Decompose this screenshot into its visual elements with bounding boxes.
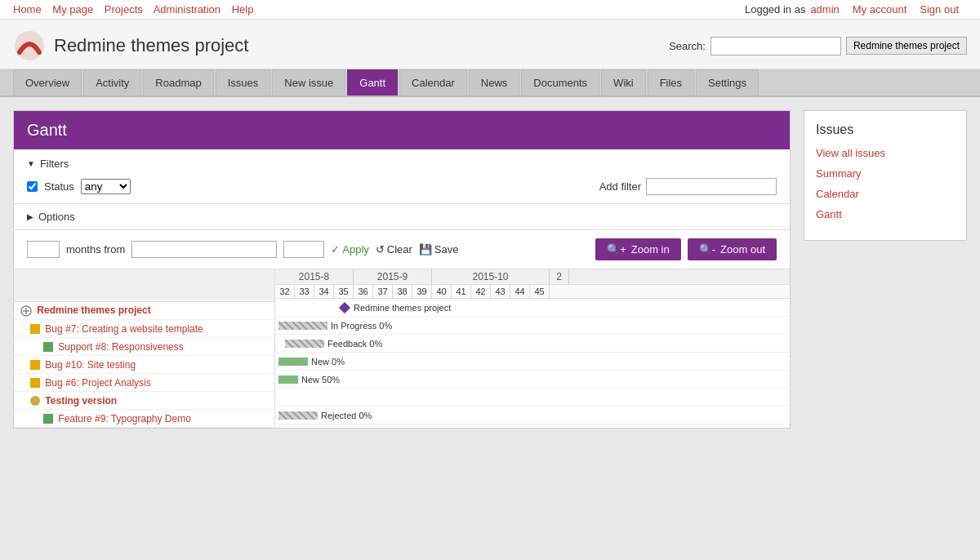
project-link[interactable]: Redmine themes project [37,304,150,316]
gantt-bar [278,322,327,330]
status-label: Status [44,180,74,193]
issue-link[interactable]: Bug #10: Site testing [45,359,136,371]
tab-new-issue[interactable]: New issue [272,69,345,96]
issue-link[interactable]: Bug #6: Project Analysis [45,377,150,389]
tab-files[interactable]: Files [648,69,694,96]
nav-tabs: Overview Activity Roadmap Issues New iss… [0,69,980,97]
gantt-week-37: 37 [373,285,393,298]
zoom-out-button[interactable]: 🔍- Zoom out [688,238,777,260]
tab-wiki[interactable]: Wiki [601,69,646,96]
gantt-row: Bug #6: Project Analysis [14,374,274,392]
version-link[interactable]: Testing version [45,395,117,407]
sign-out-link[interactable]: Sign out [920,3,959,16]
status-select[interactable]: anyopenclosed [81,179,131,194]
gantt-week-row: 32 33 34 35 36 37 38 39 40 41 42 43 44 4… [275,285,790,299]
search-input[interactable] [710,37,841,56]
issues-box-title: Issues [816,122,955,137]
gantt-bar-row [275,389,790,407]
issues-box: Issues View all issues Summary Calendar … [804,110,967,241]
gantt-bar [285,340,324,348]
tab-roadmap[interactable]: Roadmap [143,69,213,96]
gantt-row: Bug #10: Site testing [14,356,274,374]
gantt-bar-row: Redmine themes project [275,299,790,317]
gantt-week-33: 33 [295,285,314,298]
gantt-bar-cell: New 50% [275,373,343,386]
months-input[interactable]: 6 [27,241,60,258]
tab-overview[interactable]: Overview [13,69,82,96]
gantt-row-label: Bug #6: Project Analysis [14,376,274,390]
project-title: Redmine themes project [54,35,248,56]
summary-link[interactable]: Summary [816,167,955,180]
gantt-month-row: 2015-8 2015-9 2015-10 2 [275,269,790,285]
gantt-month-2015-8: 2015-8 [275,269,354,284]
add-filter-input[interactable] [646,178,777,195]
issue-link[interactable]: Support #8: Responsiveness [58,341,183,353]
gantt-bar-row: Feedback 0% [275,335,790,353]
nav-mypage[interactable]: My page [52,3,93,16]
calendar-link[interactable]: Calendar [816,188,955,200]
clear-button[interactable]: ↺ Clear [376,243,412,256]
tab-gantt[interactable]: Gantt [347,69,398,96]
issue-link[interactable]: Bug #7: Creating a website template [45,323,203,335]
zoom-out-icon: 🔍- [699,243,715,256]
search-scope-button[interactable]: Redmine themes project [846,37,967,55]
save-button[interactable]: 💾 Save [419,243,459,256]
bug-icon [30,360,40,370]
tab-settings[interactable]: Settings [696,69,759,96]
topbar-user: Logged in as admin My account Sign out [745,3,967,16]
redmine-logo-icon [13,29,46,62]
gantt-bar-cell: New 0% [275,355,348,368]
diamond-icon [339,301,350,313]
gantt-week-36: 36 [354,285,373,298]
nav-projects[interactable]: Projects [105,3,143,16]
apply-button[interactable]: ✓ Apply [331,243,369,256]
gantt-month-2015-10: 2015-10 [432,269,550,284]
gantt-link[interactable]: Gantt [816,208,955,220]
gantt-week-34: 34 [314,285,334,298]
gantt-bar [278,411,318,420]
add-filter-area: Add filter [599,178,777,195]
admin-user-link[interactable]: admin [810,3,839,16]
filter-row-area: Status anyopenclosed Add filter [27,178,777,195]
gantt-week-45: 45 [530,285,550,298]
tab-issues[interactable]: Issues [216,69,271,96]
gantt-toolbar: 6 months from August 2015 ✓ Apply ↺ Clea… [14,230,790,269]
gantt-row: Feature #9: Typography Demo [14,410,274,428]
view-all-issues-link[interactable]: View all issues [816,147,955,159]
tab-documents[interactable]: Documents [521,69,599,96]
gantt-bar-row: Rejected 0% [275,407,790,424]
gantt-row-label: Bug #10: Site testing [14,358,274,372]
version-icon [30,396,40,406]
tab-activity[interactable]: Activity [83,69,141,96]
zoom-in-icon: 🔍+ [607,243,626,256]
save-icon: 💾 [419,243,432,256]
bar-text: Rejected 0% [321,411,372,420]
gantt-chart: Redmine themes project Bug #7: Creating … [14,269,790,428]
gantt-row: Redmine themes project [14,302,274,320]
nav-administration[interactable]: Administration [154,3,220,16]
issue-link[interactable]: Feature #9: Typography Demo [58,413,191,424]
options-label: Options [38,211,75,223]
nav-help[interactable]: Help [232,3,254,16]
checkmark-icon: ✓ [331,243,340,256]
support-icon [43,342,53,352]
my-account-link[interactable]: My account [853,3,906,16]
gantt-month-2015-9: 2015-9 [354,269,432,284]
feature-icon [43,414,53,424]
options-arrow-icon: ▶ [27,212,33,221]
from-month-input[interactable]: August [131,241,277,258]
gantt-panel: Gantt ▼ Filters Status anyopenclosed Add… [13,110,791,429]
options-toggle[interactable]: ▶ Options [27,211,777,223]
nav-home[interactable]: Home [13,3,42,16]
from-year-input[interactable]: 2015 [283,241,324,258]
header-logo: Redmine themes project [13,29,248,62]
tab-news[interactable]: News [469,69,520,96]
gantt-bar-cell: Feedback 0% [275,337,385,350]
tab-calendar[interactable]: Calendar [399,69,467,96]
filters-toggle[interactable]: ▼ Filters [27,158,777,170]
zoom-in-button[interactable]: 🔍+ Zoom in [595,238,681,260]
gantt-row: Support #8: Responsiveness [14,338,274,356]
status-checkbox[interactable] [27,181,38,192]
topbar: Home My page Projects Administration Hel… [0,0,980,20]
zoom-buttons: 🔍+ Zoom in 🔍- Zoom out [595,238,777,260]
